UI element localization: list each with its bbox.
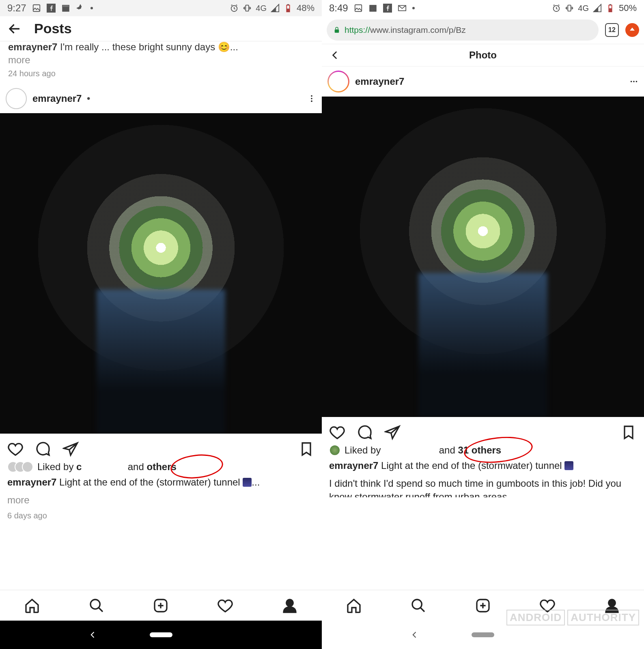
home-icon[interactable] bbox=[346, 597, 362, 614]
avatar[interactable] bbox=[327, 71, 349, 92]
avatar[interactable] bbox=[6, 88, 27, 109]
svg-point-9 bbox=[311, 95, 312, 97]
vibrate-icon bbox=[565, 4, 574, 13]
gmail-icon bbox=[398, 4, 407, 13]
photo-header: Photo bbox=[322, 44, 644, 67]
svg-point-29 bbox=[412, 600, 422, 609]
battery-icon bbox=[606, 4, 615, 13]
add-post-icon[interactable] bbox=[475, 597, 491, 614]
browser-toolbar: https://www.instagram.com/p/Bz 12 bbox=[322, 16, 644, 44]
post-header: emrayner7 bbox=[322, 67, 644, 97]
left-screenshot: 9:27 4G 48% Posts emrayner7 I'm bbox=[0, 0, 322, 649]
svg-rect-25 bbox=[335, 30, 339, 33]
status-time: 9:27 bbox=[7, 2, 26, 14]
status-bar: 9:27 4G 48% bbox=[0, 0, 322, 16]
share-icon[interactable] bbox=[384, 424, 401, 441]
post-image[interactable] bbox=[322, 97, 644, 417]
vibrate-icon bbox=[243, 4, 252, 13]
like-icon[interactable] bbox=[7, 441, 24, 457]
url-bar[interactable]: https://www.instagram.com/p/Bz bbox=[327, 19, 599, 41]
likes-row[interactable]: Liked by c and others bbox=[0, 460, 322, 473]
tab-count[interactable]: 12 bbox=[605, 23, 619, 37]
bottom-nav bbox=[0, 590, 322, 621]
add-post-icon[interactable] bbox=[153, 597, 169, 614]
status-time: 8:49 bbox=[329, 2, 348, 14]
night-emoji-icon bbox=[243, 478, 252, 487]
nav-back-icon[interactable] bbox=[89, 631, 97, 639]
svg-point-10 bbox=[311, 98, 312, 99]
post-username[interactable]: emrayner7 • bbox=[32, 93, 90, 104]
svg-point-31 bbox=[608, 600, 615, 606]
svg-rect-5 bbox=[246, 5, 249, 11]
svg-rect-3 bbox=[62, 5, 69, 7]
svg-point-14 bbox=[286, 600, 293, 606]
page-title: Posts bbox=[34, 21, 72, 37]
prev-more-link[interactable]: more bbox=[0, 54, 322, 67]
profile-icon[interactable] bbox=[282, 597, 298, 614]
nav-back-icon[interactable] bbox=[411, 631, 419, 639]
others-count: 31 others bbox=[458, 445, 501, 456]
likes-row[interactable]: Liked by and 31 others bbox=[322, 444, 644, 457]
battery-percent: 50% bbox=[619, 3, 637, 13]
nav-home-pill[interactable] bbox=[472, 632, 494, 637]
svg-point-27 bbox=[633, 81, 635, 82]
post-username[interactable]: emrayner7 bbox=[355, 76, 404, 87]
prev-timestamp: 24 hours ago bbox=[0, 67, 322, 84]
svg-rect-8 bbox=[287, 9, 289, 11]
svg-rect-0 bbox=[33, 5, 40, 12]
svg-rect-7 bbox=[287, 4, 289, 5]
svg-rect-21 bbox=[568, 5, 571, 11]
svg-rect-15 bbox=[355, 5, 362, 12]
back-chevron-icon[interactable] bbox=[330, 50, 340, 60]
alarm-icon bbox=[230, 4, 239, 13]
back-arrow-icon[interactable] bbox=[7, 21, 22, 36]
image-icon bbox=[354, 4, 363, 13]
search-icon[interactable] bbox=[410, 597, 426, 614]
battery-icon bbox=[284, 4, 293, 13]
caption: emrayner7 Light at the end of the (storm… bbox=[322, 457, 644, 475]
bookmark-icon[interactable] bbox=[620, 424, 637, 441]
more-dot bbox=[90, 7, 93, 9]
like-icon[interactable] bbox=[329, 424, 345, 441]
nav-home-pill[interactable] bbox=[150, 632, 172, 637]
lock-icon bbox=[333, 26, 340, 34]
scroll-top-fab[interactable] bbox=[625, 23, 639, 37]
comment-icon[interactable] bbox=[35, 441, 51, 457]
night-emoji-icon bbox=[564, 461, 573, 470]
caption: emrayner7 Light at the end of the (storm… bbox=[0, 473, 322, 491]
svg-point-12 bbox=[90, 600, 100, 609]
more-dot bbox=[412, 7, 415, 9]
bookmark-icon[interactable] bbox=[298, 441, 314, 457]
search-icon[interactable] bbox=[88, 597, 105, 614]
home-icon[interactable] bbox=[24, 597, 40, 614]
more-menu-icon[interactable] bbox=[629, 77, 638, 86]
battery-percent: 48% bbox=[297, 3, 314, 13]
action-row bbox=[0, 434, 322, 460]
facebook-icon bbox=[383, 4, 392, 13]
signal-icon bbox=[271, 4, 280, 13]
signal-icon bbox=[593, 4, 602, 13]
liked-by-label: Liked by bbox=[345, 445, 383, 456]
svg-rect-23 bbox=[610, 4, 611, 5]
more-menu-icon[interactable] bbox=[307, 94, 316, 103]
activity-icon[interactable] bbox=[217, 597, 233, 614]
svg-point-26 bbox=[636, 81, 638, 82]
timestamp: 6 days ago bbox=[0, 509, 322, 524]
image-icon bbox=[32, 4, 41, 13]
post-image[interactable] bbox=[0, 113, 322, 434]
svg-rect-24 bbox=[609, 9, 612, 11]
android-nav-bar bbox=[0, 621, 322, 649]
photos-icon bbox=[76, 4, 85, 13]
svg-point-28 bbox=[631, 81, 632, 82]
alarm-icon bbox=[552, 4, 561, 13]
svg-point-11 bbox=[311, 101, 312, 102]
watermark: ANDROIDAUTHORITY bbox=[506, 610, 639, 625]
share-icon[interactable] bbox=[62, 441, 79, 457]
right-screenshot: 8:49 31 4G 50% https://www.instagram.com… bbox=[322, 0, 644, 649]
caption-body: I didn't think I'd spend so much time in… bbox=[322, 475, 644, 497]
liked-by-label: Liked by bbox=[37, 461, 76, 472]
facebook-icon bbox=[47, 4, 56, 13]
others-text: others bbox=[146, 461, 176, 472]
more-link[interactable]: more bbox=[0, 491, 322, 509]
comment-icon[interactable] bbox=[357, 424, 373, 441]
